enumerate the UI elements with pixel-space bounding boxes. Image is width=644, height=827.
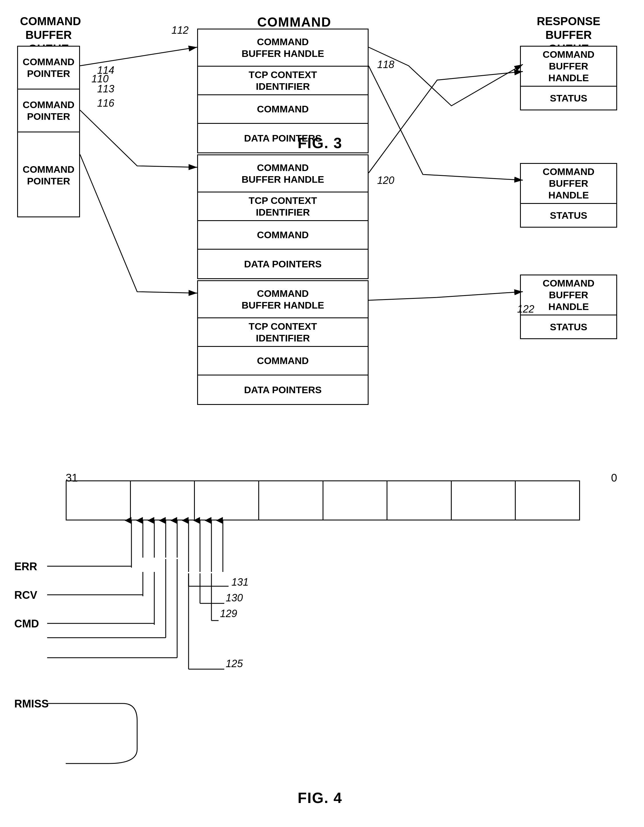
cbq-box: COMMANDPOINTER COMMANDPOINTER COMMANDPOI… [17,46,80,217]
cb1-row-tcp: TCP CONTEXTIDENTIFIER [198,67,368,95]
fig4-diagram: 31 0 ERR RCV CMD RMISS 131 130 129 125 F… [9,463,632,812]
page: COMMAND BUFFER QUEUE COMMANDPOINTER COMM… [0,0,644,827]
bit-cell-3 [195,481,259,520]
cb2-row-cmd: COMMAND [198,221,368,250]
rb1-status: STATUS [521,87,616,109]
rb1-handle: COMMANDBUFFERHANDLE [521,47,616,87]
cmd-label: CMD [14,618,39,630]
cb1-row-handle: COMMANDBUFFER HANDLE [198,30,368,67]
rb2-status: STATUS [521,204,616,227]
bit-cell-4 [259,481,324,520]
bit-cell-8 [516,481,579,520]
ref-130: 130 [226,592,243,604]
cb2-row-handle: COMMANDBUFFER HANDLE [198,155,368,192]
bit-num-0: 0 [611,472,617,484]
cb3-row-handle: COMMANDBUFFER HANDLE [198,281,368,318]
ref-131: 131 [232,576,249,588]
bit-cell-2 [131,481,195,520]
cmd-buffer-3: COMMANDBUFFER HANDLE TCP CONTEXTIDENTIFI… [197,280,369,405]
ref-118: 118 [377,59,394,71]
cmd-top-label: COMMAND [208,14,380,30]
fig3-title: FIG. 3 [9,134,632,151]
cmd-buffer-2: COMMANDBUFFER HANDLE TCP CONTEXTIDENTIFI… [197,154,369,279]
fig4-title: FIG. 4 [9,789,632,807]
ref-112: 112 [171,24,188,36]
cbq-row-2: COMMANDPOINTER [18,89,79,133]
rb2-handle: COMMANDBUFFERHANDLE [521,164,616,204]
cb1-row-cmd: COMMAND [198,95,368,124]
ref-129: 129 [220,608,237,619]
resp-buffer-1: COMMANDBUFFERHANDLE STATUS [520,46,617,111]
cb2-row-tcp: TCP CONTEXTIDENTIFIER [198,192,368,221]
resp-buffer-3: COMMANDBUFFERHANDLE STATUS [520,275,617,339]
bit-cell-5 [324,481,388,520]
bit-cell-1 [67,481,131,520]
cb2-row-data: DATA POINTERS [198,250,368,278]
fig3-diagram: COMMAND BUFFER QUEUE COMMANDPOINTER COMM… [9,9,632,460]
ref-125: 125 [226,658,243,670]
cbq-row-1: COMMANDPOINTER [18,47,79,89]
cb3-row-cmd: COMMAND [198,347,368,376]
ref-120: 120 [377,175,394,186]
rcv-label: RCV [14,589,37,601]
ref-122: 122 [517,303,534,315]
ref-116: 116 [97,97,114,109]
rb3-handle: COMMANDBUFFERHANDLE [521,275,616,315]
bit-cell-7 [452,481,516,520]
ref-113: 113 [97,83,114,95]
rmiss-label: RMISS [14,698,48,710]
cb3-row-tcp: TCP CONTEXTIDENTIFIER [198,318,368,347]
bits-bar [66,481,580,520]
err-label: ERR [14,560,37,573]
bit-cell-6 [387,481,452,520]
cb3-row-data: DATA POINTERS [198,376,368,404]
rb3-status: STATUS [521,315,616,338]
resp-buffer-2: COMMANDBUFFERHANDLE STATUS [520,163,617,228]
